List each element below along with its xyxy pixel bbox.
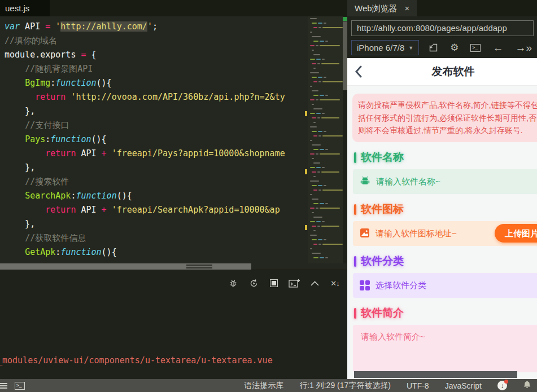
app-icon-input[interactable]: 请输入软件图标地址~ 上传图片	[353, 221, 537, 246]
app-window: uest.js var API = 'http://ahlly.com/';//…	[0, 0, 537, 392]
scrollbar-marker	[343, 17, 347, 21]
page-navbar: 发布软件	[347, 58, 537, 86]
console-toolbar: ✕↓	[228, 278, 340, 289]
browser-tabbar: Web浏览器 ×	[347, 0, 537, 16]
device-select[interactable]: iPhone 6/7/8 ▼	[351, 40, 419, 55]
back-chevron-icon[interactable]	[355, 65, 362, 80]
cursor-position-status[interactable]: 行:1 列:29 (17字符被选择)	[299, 381, 391, 391]
section-title-icon: 软件图标	[354, 202, 537, 217]
warning-notice: 请勿投稿严重侵权产品,软件名称,简介,链接等不得包 括任何形式的引流行为,必须保…	[352, 94, 537, 142]
change-tick	[305, 169, 307, 174]
change-tick	[305, 225, 307, 230]
splitter-grip[interactable]	[186, 265, 212, 269]
section-title-name: 软件名称	[354, 150, 537, 165]
image-icon	[360, 228, 370, 240]
more-chevrons-icon[interactable]: »	[526, 42, 534, 54]
collapse-panel-icon[interactable]	[309, 278, 320, 289]
category-picker[interactable]: 选择软件分类	[353, 273, 537, 298]
grid-icon	[360, 280, 370, 290]
debug-bug-icon[interactable]	[228, 278, 239, 289]
chevron-down-icon: ▼	[408, 45, 413, 51]
console-line-path[interactable]: _modules/uview-ui/components/u-textarea/…	[0, 354, 273, 367]
language-status[interactable]: JavaScript	[445, 381, 482, 390]
new-terminal-icon[interactable]	[289, 278, 300, 289]
restart-icon[interactable]	[248, 278, 259, 289]
page-title: 发布软件	[432, 64, 475, 79]
input-placeholder: 请输入软件图标地址~	[376, 228, 457, 239]
encoding-status[interactable]: UTF-8	[407, 381, 429, 390]
section-bar	[354, 308, 356, 319]
clear-scroll-icon[interactable]: ✕↓	[329, 278, 340, 289]
browser-toolbar: http://ahlly.com:8080/pages/app/addapp i…	[347, 16, 537, 58]
section-bar	[354, 204, 356, 215]
notification-dot	[504, 380, 508, 384]
section-title-category: 软件分类	[354, 254, 537, 268]
section-bar	[354, 256, 356, 267]
tab-label: Web浏览器	[355, 0, 398, 16]
update-icon[interactable]: ↓	[497, 381, 507, 390]
close-icon[interactable]: ×	[405, 0, 410, 16]
console-output: _modules/uview-ui/components/u-textarea/…	[0, 327, 273, 392]
editor-tabbar: uest.js	[0, 0, 347, 16]
bell-icon[interactable]	[523, 380, 531, 391]
web-preview: 发布软件 请勿投稿严重侵权产品,软件名称,简介,链接等不得包 括任何形式的引流行…	[347, 58, 537, 379]
editor-vertical-scrollbar[interactable]	[343, 16, 347, 263]
preview-horizontal-scrollbar[interactable]	[354, 371, 517, 378]
editor-pane: uest.js var API = 'http://ahlly.com/';//…	[0, 0, 347, 379]
editor-horizontal-scrollbar[interactable]	[0, 263, 308, 270]
change-tick	[305, 111, 307, 116]
code-text[interactable]: var API = 'http://ahlly.com/';//填你的域名mod…	[5, 20, 285, 259]
app-name-input[interactable]: 请输入软件名称~	[353, 169, 537, 194]
hscrollbar-thumb[interactable]	[0, 263, 251, 270]
url-input[interactable]: http://ahlly.com:8080/pages/app/addapp	[351, 20, 534, 36]
scrollbar-thumb[interactable]	[343, 21, 347, 90]
textarea-placeholder: 请输入软件简介~	[361, 332, 425, 341]
terminal-icon[interactable]: >_	[470, 44, 481, 52]
popout-window-icon[interactable]	[429, 43, 438, 52]
section-title-intro: 软件简介	[354, 306, 537, 320]
code-editor[interactable]: var API = 'http://ahlly.com/';//填你的域名mod…	[0, 16, 347, 270]
section-bar	[354, 152, 356, 163]
upload-image-button[interactable]: 上传图片	[495, 224, 537, 243]
gear-icon[interactable]: ⚙	[450, 43, 459, 52]
console-panel: ✕↓ _modules/uview-ui/components/u-textar…	[0, 270, 347, 379]
device-select-value: iPhone 6/7/8	[357, 43, 404, 52]
browser-pane: Web浏览器 × http://ahlly.com:8080/pages/app…	[347, 0, 537, 379]
forward-arrow-icon[interactable]: →	[515, 42, 526, 53]
intro-textarea[interactable]: 请输入软件简介~	[353, 325, 537, 372]
back-arrow-icon[interactable]: ←	[492, 42, 503, 53]
picker-placeholder: 选择软件分类	[376, 280, 426, 291]
stop-icon[interactable]	[268, 278, 280, 289]
android-icon	[360, 175, 370, 188]
console-toggle-icon[interactable]	[0, 383, 7, 389]
phone-page: 发布软件 请勿投稿严重侵权产品,软件名称,简介,链接等不得包 括任何形式的引流行…	[347, 58, 537, 379]
tab-request-js[interactable]: uest.js	[0, 0, 50, 16]
minimap[interactable]	[308, 16, 343, 263]
tab-web-browser[interactable]: Web浏览器 ×	[347, 0, 417, 16]
input-placeholder: 请输入软件名称~	[376, 177, 440, 187]
